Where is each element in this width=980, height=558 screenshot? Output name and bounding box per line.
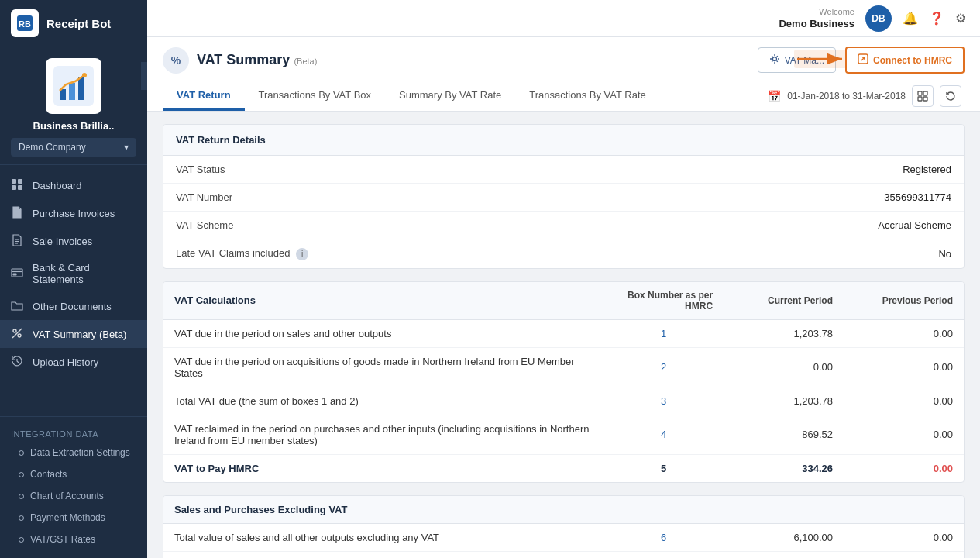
row-box: 2: [603, 347, 724, 387]
svg-point-6: [82, 73, 87, 78]
desc-header: VAT Calculations: [163, 282, 603, 320]
table-row: Total value of purchases and all other i…: [163, 551, 964, 558]
row-box: 7: [603, 551, 724, 558]
row-box: 5: [603, 454, 724, 482]
sidebar-sub-payment-methods[interactable]: Payment Methods: [0, 507, 147, 529]
file-invoice-icon: [11, 206, 25, 220]
dot-icon: [19, 537, 24, 542]
page-title: VAT Summary (Beta): [197, 52, 317, 68]
dot-icon: [19, 450, 24, 456]
row-previous: 0.00: [844, 415, 964, 454]
row-current: 334.26: [724, 454, 844, 482]
svg-point-23: [772, 57, 776, 61]
sidebar-item-sale-invoices[interactable]: Sale Invoices: [0, 227, 147, 255]
row-current: 1,203.78: [724, 387, 844, 415]
detail-row-vat-scheme: VAT Scheme Accrual Scheme: [163, 212, 964, 239]
connect-hmrc-button[interactable]: Connect to HMRC: [845, 46, 965, 74]
svg-rect-28: [923, 91, 927, 95]
tabs: VAT Return Transactions By VAT Box Summa…: [163, 81, 660, 111]
table-row: Total VAT due (the sum of boxes 1 and 2)…: [163, 387, 964, 415]
app-logo-icon: RB: [11, 9, 39, 37]
sub-nav-label: Payment Methods: [30, 512, 105, 523]
action-icons: [912, 85, 961, 107]
chevron-down-icon: ▾: [124, 142, 129, 153]
sidebar-item-other-documents[interactable]: Other Documents: [0, 292, 147, 320]
row-description: Total VAT due (the sum of boxes 1 and 2): [163, 387, 603, 415]
sidebar-item-vat-summary[interactable]: VAT Summary (Beta): [0, 320, 147, 348]
help-icon[interactable]: ❓: [929, 11, 944, 26]
return-details-card: VAT Return Details VAT Status Registered…: [163, 124, 965, 269]
history-icon: [11, 355, 25, 369]
row-box: 4: [603, 415, 724, 454]
svg-rect-9: [12, 185, 16, 190]
info-icon[interactable]: i: [296, 248, 308, 260]
sidebar-item-label: Bank & Card Statements: [33, 262, 136, 285]
calculations-table: VAT Calculations Box Number as per HMRC …: [163, 282, 964, 482]
manage-icon: [769, 53, 780, 67]
refresh-button[interactable]: [940, 85, 961, 107]
sub-nav-label: Chart of Accounts: [30, 491, 104, 501]
sidebar-item-upload-history[interactable]: Upload History: [0, 348, 147, 376]
sidebar-item-label: Other Documents: [33, 301, 112, 312]
percent-icon: [11, 327, 25, 341]
settings-icon[interactable]: ⚙: [955, 11, 966, 26]
row-previous: 0.00: [844, 319, 964, 347]
sidebar-item-label: Purchase Invoices: [33, 208, 115, 219]
sidebar-item-label: Dashboard: [33, 180, 82, 191]
svg-rect-7: [12, 179, 16, 184]
sidebar-item-bank-card[interactable]: Bank & Card Statements: [0, 255, 147, 292]
grid-view-button[interactable]: [912, 85, 934, 107]
box-header-2: [603, 496, 724, 524]
row-description: VAT reclaimed in the period on purchases…: [163, 415, 603, 454]
sidebar-item-label: Upload History: [33, 356, 98, 368]
credit-card-icon: [11, 267, 25, 281]
sidebar-toggle[interactable]: ‹: [141, 62, 147, 90]
tab-transactions-by-vat-rate[interactable]: Transactions By VAT Rate: [515, 81, 660, 111]
row-description: VAT due in the period on sales and other…: [163, 319, 603, 347]
sales-purchases-card: Sales and Purchases Excluding VAT Total …: [163, 495, 965, 559]
tab-summary-by-vat-rate[interactable]: Summary By VAT Rate: [385, 81, 515, 111]
content-area: % VAT Summary (Beta) VAT Ma...: [147, 37, 980, 558]
svg-rect-8: [18, 179, 22, 184]
sidebar-sub-vat-gst-rates[interactable]: VAT/GST Rates: [0, 529, 147, 550]
sidebar-item-purchase-invoices[interactable]: Purchase Invoices: [0, 199, 147, 227]
vat-number-label: VAT Number: [176, 191, 232, 203]
tab-vat-return[interactable]: VAT Return: [163, 81, 245, 111]
row-description: VAT due in the period on acquisitions of…: [163, 347, 603, 387]
previous-period-header: Previous Period: [844, 282, 964, 320]
svg-point-20: [13, 329, 16, 332]
svg-rect-30: [923, 97, 927, 101]
sidebar-sub-chart-of-accounts[interactable]: Chart of Accounts: [0, 485, 147, 507]
tab-transactions-by-vat-box[interactable]: Transactions By VAT Box: [245, 81, 385, 111]
svg-rect-10: [18, 185, 22, 190]
sidebar-sub-data-extraction[interactable]: Data Extraction Settings: [0, 442, 147, 463]
late-vat-label: Late VAT Claims included i: [176, 247, 308, 260]
sidebar-sub-contacts[interactable]: Contacts: [0, 463, 147, 485]
table-row: VAT reclaimed in the period on purchases…: [163, 415, 964, 454]
vat-manage-button[interactable]: VAT Ma...: [758, 47, 836, 73]
vat-content: VAT Return Details VAT Status Registered…: [147, 124, 980, 558]
sidebar-nav: Dashboard Purchase Invoices Sale Invoice…: [0, 165, 147, 416]
row-current: 0.00: [724, 347, 844, 387]
row-previous: 0.00: [844, 454, 964, 482]
vat-title-row: % VAT Summary (Beta) VAT Ma...: [163, 46, 965, 74]
sales-purchases-table: Sales and Purchases Excluding VAT Total …: [163, 496, 964, 559]
integration-label: Integration Data: [0, 423, 147, 442]
return-details-header: VAT Return Details: [163, 125, 964, 156]
company-selector[interactable]: Demo Company ▾: [11, 138, 136, 157]
row-description: Total value of sales and all other outpu…: [163, 523, 603, 551]
vat-header: % VAT Summary (Beta) VAT Ma...: [147, 37, 980, 112]
row-current: 869.52: [724, 415, 844, 454]
svg-rect-29: [918, 97, 922, 101]
box-header: Box Number as per HMRC: [603, 282, 724, 320]
bell-icon[interactable]: 🔔: [903, 11, 918, 26]
row-previous: 0.00: [844, 387, 964, 415]
dot-icon: [19, 472, 24, 477]
row-box: 6: [603, 523, 724, 551]
svg-rect-5: [78, 77, 84, 100]
app-logo-text: Receipt Bot: [46, 17, 111, 30]
current-header-2: [724, 496, 844, 524]
calculations-card: VAT Calculations Box Number as per HMRC …: [163, 281, 965, 483]
grid-icon: [11, 178, 25, 192]
sidebar-item-dashboard[interactable]: Dashboard: [0, 171, 147, 199]
